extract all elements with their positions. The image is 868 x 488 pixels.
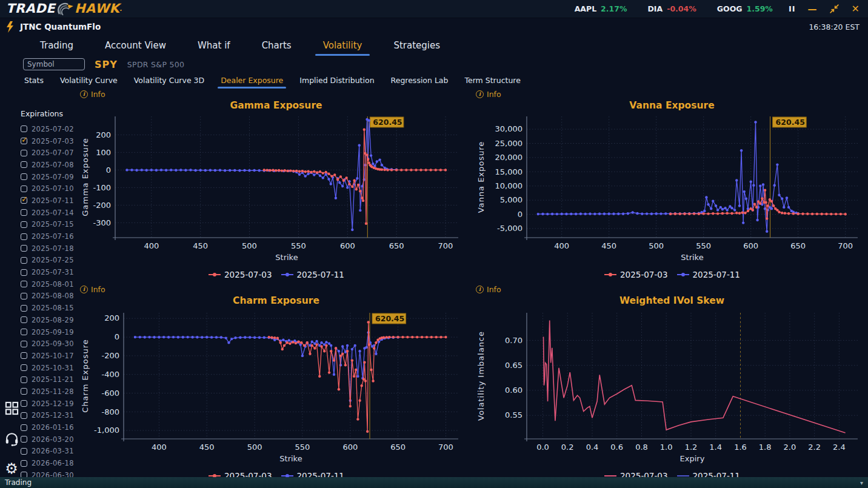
chart-plot[interactable]: 2000-200-400-600-800-1,00040045050055060… <box>80 308 472 469</box>
expiration-checkbox[interactable] <box>21 138 27 144</box>
expiration-checkbox[interactable] <box>21 269 27 276</box>
subtab-stats[interactable]: Stats <box>24 76 44 85</box>
expiration-checkbox[interactable] <box>21 388 27 395</box>
subtab-regression-lab[interactable]: Regression Lab <box>391 76 449 85</box>
legend-item[interactable]: 2025-07-11 <box>281 471 344 477</box>
subtab-dealer-exposure[interactable]: Dealer Exposure <box>221 76 283 85</box>
expiration-row[interactable]: 2025-09-19 <box>21 326 76 338</box>
nav-tab-trading[interactable]: Trading <box>40 40 73 51</box>
expiration-row[interactable]: 2025-07-10 <box>21 182 76 195</box>
minimize-icon[interactable]: — <box>808 4 817 15</box>
expiration-checkbox[interactable] <box>21 400 27 407</box>
expiration-row[interactable]: 2026-03-31 <box>21 446 76 458</box>
statusbar-caret-icon[interactable]: ▾ <box>860 480 863 486</box>
expiration-row[interactable]: 2025-07-08 <box>21 159 76 171</box>
expiration-checkbox[interactable] <box>21 316 27 323</box>
expiration-row[interactable]: 2026-03-20 <box>21 433 76 446</box>
expiration-row[interactable]: 2025-07-18 <box>21 242 76 255</box>
expiration-checkbox[interactable] <box>21 186 27 192</box>
chart-info-link[interactable]: iInfo <box>476 284 868 295</box>
chart-plot[interactable]: 2001000-100-200-300400450500550600650700… <box>80 113 472 268</box>
pause-stream-button[interactable]: II <box>789 4 796 13</box>
expiration-checkbox[interactable] <box>21 341 27 347</box>
subtab-implied-distribution[interactable]: Implied Distribution <box>299 76 374 85</box>
expiration-checkbox[interactable] <box>21 209 27 216</box>
expiration-row[interactable]: 2025-09-30 <box>21 338 76 350</box>
legend-item[interactable]: 2025-07-03 <box>208 270 272 279</box>
expiration-row[interactable]: 2025-08-15 <box>21 302 76 314</box>
expiration-row[interactable]: 2025-10-31 <box>21 362 76 374</box>
workspace-tab-trading[interactable]: Trading <box>5 478 32 487</box>
chart-info-link[interactable]: iInfo <box>476 89 868 99</box>
expiration-row[interactable]: 2025-07-16 <box>21 230 76 242</box>
legend-item[interactable]: 2025-07-03 <box>604 471 667 477</box>
legend-item[interactable]: 2025-07-03 <box>208 471 272 477</box>
subtab-volatility-curve-3d[interactable]: Volatility Curve 3D <box>134 76 204 85</box>
subtab-volatility-curve[interactable]: Volatility Curve <box>60 76 118 85</box>
expiration-checkbox[interactable] <box>21 305 27 312</box>
expiration-checkbox[interactable] <box>21 460 27 467</box>
expiration-row[interactable]: 2025-11-21 <box>21 373 76 386</box>
chart-info-link[interactable]: iInfo <box>80 89 472 99</box>
expiration-row[interactable]: 2025-07-09 <box>21 171 76 183</box>
expiration-row[interactable]: 2025-08-29 <box>21 314 76 326</box>
expiration-checkbox[interactable] <box>21 221 27 228</box>
restore-window-icon[interactable] <box>829 4 840 14</box>
expiration-row[interactable]: 2026-06-18 <box>21 457 76 469</box>
nav-tab-volatility[interactable]: Volatility <box>323 40 362 51</box>
expiration-checkbox[interactable] <box>21 245 27 252</box>
expiration-checkbox[interactable] <box>21 352 27 359</box>
expiration-row[interactable]: 2025-07-11 <box>21 195 76 207</box>
symbol-input[interactable] <box>23 58 85 70</box>
expiration-checkbox[interactable] <box>21 364 27 371</box>
nav-tab-strategies[interactable]: Strategies <box>393 40 440 51</box>
expiration-row[interactable]: 2026-06-30 <box>21 469 76 477</box>
close-icon[interactable]: ✕ <box>852 3 860 15</box>
apps-grid-icon[interactable] <box>4 400 19 416</box>
expiration-row[interactable]: 2025-07-31 <box>21 266 76 278</box>
legend-item[interactable]: 2025-07-11 <box>676 471 740 477</box>
expiration-row[interactable]: 2025-12-19 <box>21 398 76 410</box>
expiration-checkbox[interactable] <box>21 472 27 477</box>
expiration-row[interactable]: 2025-11-28 <box>21 386 76 398</box>
expiration-checkbox[interactable] <box>21 233 27 240</box>
expiration-checkbox[interactable] <box>21 173 27 180</box>
expiration-row[interactable]: 2026-01-16 <box>21 421 76 433</box>
expiration-checkbox[interactable] <box>21 281 27 287</box>
chart-info-link[interactable]: iInfo <box>80 284 472 295</box>
expiration-checkbox[interactable] <box>21 125 27 132</box>
expiration-checkbox[interactable] <box>21 197 27 204</box>
expiration-checkbox[interactable] <box>21 376 27 383</box>
expiration-checkbox[interactable] <box>21 424 27 431</box>
expiration-row[interactable]: 2025-07-25 <box>21 255 76 267</box>
expiration-checkbox[interactable] <box>21 161 27 168</box>
expiration-row[interactable]: 2025-07-07 <box>21 147 76 159</box>
expiration-row[interactable]: 2025-12-31 <box>21 410 76 422</box>
expiration-checkbox[interactable] <box>21 150 27 156</box>
expiration-checkbox[interactable] <box>21 257 27 264</box>
support-headset-icon[interactable] <box>4 430 19 446</box>
expiration-checkbox[interactable] <box>21 293 27 299</box>
legend-item[interactable]: 2025-07-03 <box>604 270 667 279</box>
expiration-checkbox[interactable] <box>21 329 27 335</box>
expiration-row[interactable]: 2025-07-03 <box>21 135 76 147</box>
legend-item[interactable]: 2025-07-11 <box>676 270 740 279</box>
nav-tab-charts[interactable]: Charts <box>262 40 292 51</box>
nav-tab-what-if[interactable]: What if <box>198 40 230 51</box>
expiration-row[interactable]: 2025-07-02 <box>21 123 76 135</box>
svg-text:0.55: 0.55 <box>505 410 522 419</box>
nav-tab-account-view[interactable]: Account View <box>105 40 166 51</box>
expiration-checkbox[interactable] <box>21 436 27 443</box>
expiration-checkbox[interactable] <box>21 412 27 419</box>
expiration-checkbox[interactable] <box>21 448 27 455</box>
expiration-row[interactable]: 2025-07-15 <box>21 219 76 231</box>
legend-item[interactable]: 2025-07-11 <box>281 270 344 279</box>
settings-gear-icon[interactable]: ⚙ <box>4 461 19 476</box>
expiration-row[interactable]: 2025-07-14 <box>21 207 76 219</box>
expiration-row[interactable]: 2025-10-17 <box>21 350 76 362</box>
chart-plot[interactable]: 0.700.650.600.550.00.20.40.60.81.01.21.4… <box>476 308 868 469</box>
subtab-term-structure[interactable]: Term Structure <box>464 76 520 85</box>
expiration-row[interactable]: 2025-08-08 <box>21 290 76 302</box>
expiration-row[interactable]: 2025-08-01 <box>21 278 76 290</box>
chart-plot[interactable]: 30,00025,00020,00015,00010,0005,0000-5,0… <box>476 113 868 268</box>
